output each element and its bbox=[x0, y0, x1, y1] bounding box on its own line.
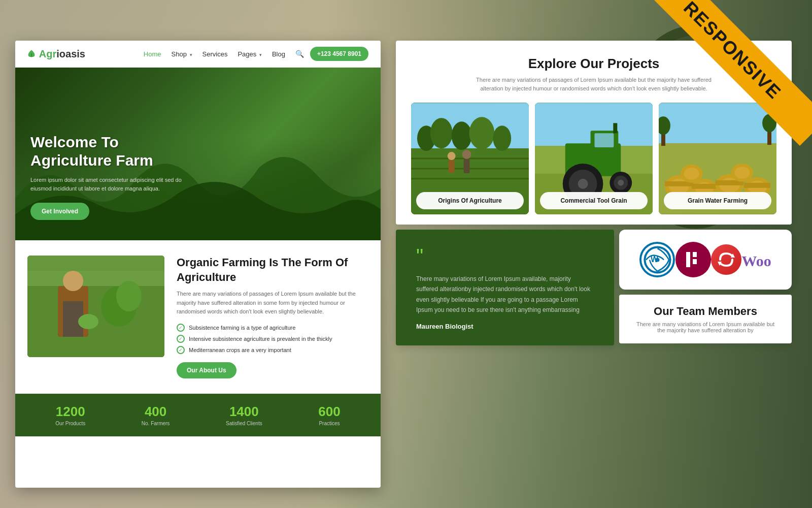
explore-projects-section: Explore Our Projects There are many vari… bbox=[396, 41, 792, 225]
project-label-1: Origins Of Agriculture bbox=[416, 192, 524, 209]
organic-image bbox=[27, 256, 164, 357]
rs-svg bbox=[716, 249, 736, 270]
check-item-3: Mediterranean crops are a very important bbox=[177, 346, 368, 354]
explore-description: There are many variations of passages of… bbox=[467, 76, 721, 92]
logo-agri: Agr bbox=[39, 48, 56, 59]
nav-icons: 🔍 +123 4567 8901 bbox=[295, 47, 368, 61]
project-label-2: Commercial Tool Grain bbox=[540, 192, 648, 209]
stat-farmers-label: No. Farmers bbox=[142, 421, 170, 426]
project-card-2[interactable]: Commercial Tool Grain bbox=[535, 103, 653, 214]
nav-links: Home Shop ▾ Services Pages ▾ Blog bbox=[144, 50, 285, 58]
svg-point-22 bbox=[462, 150, 471, 159]
svg-rect-31 bbox=[613, 123, 617, 133]
search-icon[interactable]: 🔍 bbox=[295, 50, 304, 58]
check-label-3: Mediterranean crops are a very important bbox=[189, 347, 291, 353]
check-label-2: Intensive subsistence agriculture is pre… bbox=[189, 336, 332, 342]
stat-products-label: Our Products bbox=[55, 421, 85, 426]
stat-practices-label: Practices bbox=[318, 421, 340, 426]
woocommerce-logo: Woo bbox=[741, 249, 771, 271]
svg-point-56 bbox=[734, 167, 750, 179]
project-label-3: Grain Water Farming bbox=[664, 192, 771, 209]
nav-blog[interactable]: Blog bbox=[272, 50, 285, 58]
wordpress-logo: W bbox=[639, 242, 675, 277]
svg-rect-64 bbox=[686, 252, 690, 267]
projects-grid: Origins Of Agriculture bbox=[411, 103, 776, 214]
stat-clients-label: Satisfied Clients bbox=[226, 421, 262, 426]
check-icon-2 bbox=[177, 335, 185, 343]
team-title: Our Team Members bbox=[634, 305, 776, 318]
site-nav: Agrioasis Home Shop ▾ Services Pages ▾ B… bbox=[15, 41, 381, 68]
phone-button[interactable]: +123 4567 8901 bbox=[310, 47, 368, 61]
hero-description: Lorem ipsum dolor sit amet consectetur a… bbox=[30, 176, 193, 193]
project-card-1[interactable]: Origins Of Agriculture bbox=[411, 103, 529, 214]
check-icon-1 bbox=[177, 324, 185, 332]
organic-description: There are many variations of passages of… bbox=[177, 290, 368, 316]
svg-rect-2 bbox=[27, 256, 164, 286]
revslider-icon bbox=[711, 244, 741, 275]
svg-point-8 bbox=[78, 314, 98, 329]
stat-practices: 600 Practices bbox=[318, 404, 340, 426]
hero-get-involved-button[interactable]: Get Involved bbox=[30, 203, 89, 220]
svg-point-19 bbox=[493, 125, 511, 151]
team-section: Our Team Members There are many variatio… bbox=[619, 295, 792, 343]
wp-svg: W bbox=[644, 246, 671, 274]
svg-point-54 bbox=[684, 168, 699, 180]
check-icon-3 bbox=[177, 346, 185, 354]
nav-shop[interactable]: Shop ▾ bbox=[172, 50, 192, 58]
nav-services[interactable]: Services bbox=[202, 50, 228, 58]
svg-rect-65 bbox=[693, 252, 697, 257]
check-label-1: Subsistence farming is a type of agricul… bbox=[189, 325, 295, 331]
svg-point-17 bbox=[452, 121, 472, 150]
svg-point-20 bbox=[448, 152, 456, 160]
stat-farmers: 400 No. Farmers bbox=[142, 404, 170, 426]
elementor-icon bbox=[675, 242, 711, 277]
hero-content: Welcome To Agriculture Farm Lorem ipsum … bbox=[30, 133, 193, 220]
el-svg bbox=[683, 249, 703, 270]
logo-oasis: ioasis bbox=[56, 48, 85, 59]
organic-section: Organic Farming Is The Form Of Agricultu… bbox=[15, 240, 381, 394]
hero-title: Welcome To Agriculture Farm bbox=[30, 133, 193, 170]
svg-point-4 bbox=[116, 281, 142, 311]
plugin-logos-section: W bbox=[619, 230, 792, 290]
stat-farmers-number: 400 bbox=[142, 404, 170, 420]
website-mockup-left: Agrioasis Home Shop ▾ Services Pages ▾ B… bbox=[15, 41, 381, 488]
stat-practices-number: 600 bbox=[318, 404, 340, 420]
organic-content: Organic Farming Is The Form Of Agricultu… bbox=[177, 256, 368, 378]
stat-products-number: 1200 bbox=[55, 404, 85, 420]
svg-rect-21 bbox=[449, 160, 455, 173]
logo: Agrioasis bbox=[27, 48, 85, 60]
organic-about-button[interactable]: Our About Us bbox=[177, 362, 236, 378]
quote-icon: " bbox=[416, 245, 594, 268]
svg-point-18 bbox=[469, 117, 495, 149]
testimonial-section: " There many variations of Lorem Ipsum a… bbox=[396, 230, 614, 345]
shop-chevron-icon: ▾ bbox=[190, 52, 192, 57]
woo-icon: Woo bbox=[741, 249, 771, 271]
svg-point-6 bbox=[63, 271, 83, 291]
revslider-logo bbox=[711, 244, 741, 275]
svg-rect-66 bbox=[693, 259, 697, 264]
svg-point-34 bbox=[578, 179, 588, 189]
organic-checklist: Subsistence farming is a type of agricul… bbox=[177, 324, 368, 354]
project-card-3[interactable]: Grain Water Farming bbox=[659, 103, 776, 214]
svg-rect-52 bbox=[744, 183, 770, 188]
right-panel: Explore Our Projects There are many vari… bbox=[396, 41, 792, 488]
team-description: There are many variations of Lorem Ipsum… bbox=[634, 321, 776, 333]
wordpress-icon: W bbox=[639, 242, 675, 277]
testimonial-text: There many variations of Lorem Ipsum ava… bbox=[416, 274, 594, 315]
woo-text: Woo bbox=[741, 252, 771, 269]
organic-title: Organic Farming Is The Form Of Agricultu… bbox=[177, 256, 368, 284]
nav-home[interactable]: Home bbox=[144, 50, 161, 58]
check-item-1: Subsistence farming is a type of agricul… bbox=[177, 324, 368, 332]
check-item-2: Intensive subsistence agriculture is pre… bbox=[177, 335, 368, 343]
organic-image-svg bbox=[27, 256, 164, 357]
svg-point-37 bbox=[618, 180, 624, 186]
elementor-logo bbox=[675, 242, 711, 277]
pages-chevron-icon: ▾ bbox=[259, 52, 262, 57]
nav-pages[interactable]: Pages ▾ bbox=[238, 50, 261, 58]
svg-rect-23 bbox=[464, 159, 470, 173]
stat-clients: 1400 Satisfied Clients bbox=[226, 404, 262, 426]
stats-bar: 1200 Our Products 400 No. Farmers 1400 S… bbox=[15, 394, 381, 436]
stat-clients-number: 1400 bbox=[226, 404, 262, 420]
svg-rect-39 bbox=[659, 103, 776, 143]
svg-text:W: W bbox=[651, 255, 659, 264]
